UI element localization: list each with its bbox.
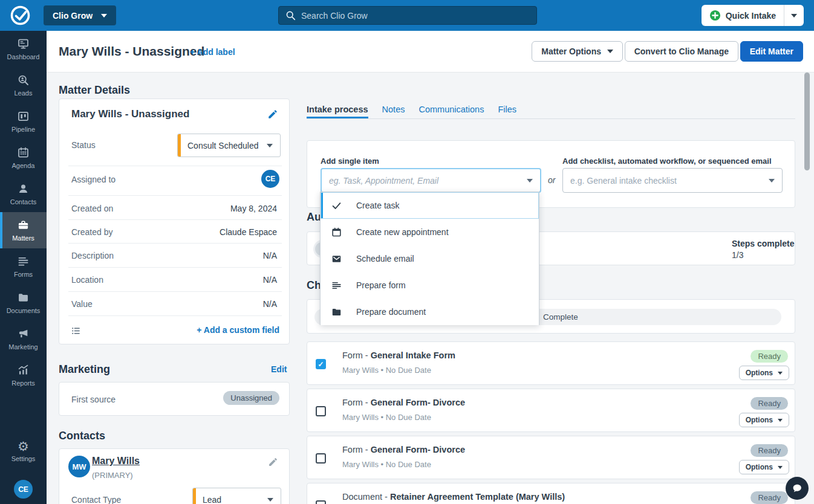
divider [68,243,282,244]
value-label: Value [71,299,93,309]
folder-icon [331,306,342,318]
checklist-checkbox[interactable] [316,406,326,416]
sidebar-label: Contacts [10,198,36,205]
checklist-item-title: Document - Retainer Agreement Template (… [342,492,565,502]
tab-communications[interactable]: Communications [418,105,484,118]
item-name: General Form- Divorce [371,398,465,407]
sidebar-item-agenda[interactable]: Agenda [0,140,47,176]
quick-intake-button[interactable]: Quick Intake [702,5,784,26]
steps-complete-value: 1/3 [732,250,743,260]
sidebar-label: Leads [15,89,33,97]
agenda-icon [17,146,30,159]
contact-name-link[interactable]: Mary Wills [92,456,140,467]
chevron-down-icon [769,179,775,183]
status-badge: Ready [751,397,788,410]
checklist-item-meta: Mary Wills • No Due Date [342,460,431,469]
sidebar-item-pipeline[interactable]: Pipeline [0,103,47,140]
tab-notes[interactable]: Notes [382,105,405,118]
checklist-checkbox[interactable] [316,453,326,464]
add-label-link[interactable]: + Add label [190,47,235,57]
documents-icon [17,291,30,304]
status-label: Status [71,140,96,150]
product-switcher-label: Clio Grow [53,11,93,21]
marketing-edit-link[interactable]: Edit [271,364,287,374]
contact-avatar-initials: MW [72,462,86,471]
checklist-checkbox[interactable] [316,500,326,504]
options-button[interactable]: Options [739,460,789,474]
status-value: Consult Scheduled [187,141,259,150]
clio-logo-icon[interactable] [9,4,31,27]
contact-type-label: Contact Type [71,495,121,504]
status-select[interactable]: Consult Scheduled [177,134,281,157]
quick-intake-caret-button[interactable] [784,5,804,26]
sidebar-label: Marketing [8,343,37,351]
first-source-badge: Unassigned [223,391,279,405]
add-single-item-label: Add single item [321,157,379,166]
contacts-card: MW Mary Wills (PRIMARY) Contact Type Lea… [59,448,290,504]
checklist-item: Form - General Form- Divorce Mary Wills … [307,436,795,479]
status-color-bar [178,134,181,157]
checklist-item: Form - General Form- Divorce Mary Wills … [307,389,795,432]
sidebar-item-leads[interactable]: Leads [0,67,47,103]
gear-icon: ⚙ [18,441,29,453]
search-input[interactable]: Search Clio Grow [278,6,537,25]
user-avatar-initials: CE [18,485,28,494]
sidebar-item-contacts[interactable]: Contacts [0,176,47,212]
menu-item-label: Schedule email [356,254,414,263]
item-type-prefix: Form - [342,398,371,407]
matter-card-title: Mary Wills - Unassigned [71,108,189,120]
divider [68,267,282,268]
tab-files[interactable]: Files [498,105,516,118]
edit-pencil-icon[interactable] [268,457,278,467]
menu-item-schedule-email[interactable]: Schedule email [321,245,539,272]
contact-type-value: Lead [203,495,221,504]
sidebar-item-marketing[interactable]: Marketing [0,321,47,357]
add-checklist-combobox[interactable]: e.g. General intake checklist [562,168,783,193]
convert-to-clio-manage-button[interactable]: Convert to Clio Manage [625,41,738,62]
chat-widget-button[interactable] [786,477,809,500]
sidebar-label: Agenda [12,162,35,169]
edit-matter-button[interactable]: Edit Matter [740,41,803,62]
matter-options-button[interactable]: Matter Options [532,41,623,62]
vertical-scrollbar-thumb[interactable] [804,73,810,170]
sidebar-item-matters[interactable]: Matters [0,212,47,248]
checklist-item-title: Form - General Form- Divorce [342,445,465,454]
add-custom-field-link[interactable]: + Add a custom field [197,325,279,335]
matter-options-label: Matter Options [541,47,601,56]
chevron-down-icon [527,179,533,183]
calendar-icon [331,227,342,238]
menu-item-create-appointment[interactable]: Create new appointment [321,219,539,245]
contact-type-select[interactable]: Lead [192,488,281,504]
add-single-item-combobox[interactable]: eg. Task, Appointment, Email [321,168,541,193]
menu-item-prepare-document[interactable]: Prepare document [321,299,539,325]
sidebar-label: Dashboard [7,53,40,60]
page-header: Mary Wills - Unassigned + Add label Matt… [47,31,814,73]
edit-pencil-icon[interactable] [267,109,278,120]
menu-item-label: Prepare form [356,280,406,290]
chevron-down-icon [778,372,783,375]
sidebar-item-forms[interactable]: Forms [0,248,47,285]
sidebar-label: Pipeline [11,126,35,133]
marketing-card: First source Unassigned [59,382,290,416]
custom-fields-list-icon [71,326,81,336]
chevron-down-icon [101,14,107,18]
sidebar-item-documents[interactable]: Documents [0,285,47,321]
user-avatar[interactable]: CE [14,480,33,499]
checklist-checkbox-checked[interactable]: ✓ [316,359,326,369]
quick-intake-split-button: Quick Intake [702,5,804,26]
options-button[interactable]: Options [739,413,789,427]
menu-item-prepare-form[interactable]: Prepare form [321,272,539,299]
tab-intake-process[interactable]: Intake process [307,105,368,118]
options-button[interactable]: Options [739,366,789,380]
chevron-down-icon [267,144,273,147]
item-type-prefix: Form - [342,351,371,360]
sidebar-item-dashboard[interactable]: Dashboard [0,31,47,67]
location-label: Location [71,275,103,285]
product-switcher[interactable]: Clio Grow [44,5,116,25]
sidebar-item-reports[interactable]: Reports [0,357,47,393]
divider [68,195,282,196]
contacts-icon [17,183,30,195]
menu-item-create-task[interactable]: Create task [321,192,539,219]
assigned-avatar: CE [261,170,279,188]
sidebar-item-settings[interactable]: ⚙ Settings [0,437,47,466]
